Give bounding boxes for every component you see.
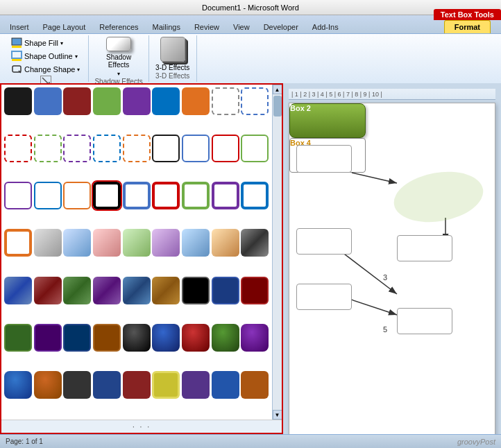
shape-item[interactable]: [4, 277, 32, 304]
shape-item[interactable]: [63, 324, 91, 352]
ruler: | 1 | 2 | 3 | 4 | 5 | 6 | 7 | 8 | 9 | 10…: [289, 89, 495, 100]
shape-item[interactable]: [152, 87, 180, 115]
shape-fill-button[interactable]: Shape Fill ▾: [8, 37, 83, 49]
title-bar: Document1 - Microsoft Word: [0, 0, 501, 15]
change-shape-button[interactable]: Change Shape ▾: [8, 63, 83, 76]
shape-item[interactable]: [241, 135, 269, 162]
shape-outline-button[interactable]: Shape Outline ▾: [8, 50, 83, 62]
contextual-tab-group: Text Box Tools Format: [434, 9, 501, 33]
shape-item[interactable]: [182, 324, 210, 352]
document-content: 3 5 Box 2 Box 4: [289, 103, 495, 434]
box2-label: Box 2: [290, 104, 311, 112]
shape-item[interactable]: [34, 87, 62, 115]
shape-item[interactable]: [93, 324, 121, 352]
shape-item[interactable]: [241, 87, 269, 115]
tab-insert[interactable]: Insert: [3, 21, 36, 33]
scroll-up-button[interactable]: ▲: [273, 85, 282, 94]
shape-item[interactable]: [93, 371, 121, 399]
svg-line-6: [352, 173, 397, 183]
shape-item[interactable]: [63, 229, 91, 257]
shape-item[interactable]: [182, 371, 210, 399]
shape-item[interactable]: [212, 229, 239, 257]
shape-item[interactable]: [152, 277, 180, 304]
shape-item[interactable]: [123, 87, 151, 115]
shape-tools-section: Shape Fill ▾ Shape Outline ▾: [3, 35, 89, 82]
shape-item[interactable]: [63, 87, 91, 115]
fill-icon: [11, 37, 22, 49]
shape-item[interactable]: [93, 87, 121, 115]
shape-item[interactable]: [4, 371, 32, 399]
shadow-effects-button[interactable]: Shadow Effects ▾: [101, 37, 137, 77]
tab-format[interactable]: Format: [444, 20, 491, 33]
shape-item[interactable]: [34, 371, 62, 399]
title-text: Document1 - Microsoft Word: [202, 3, 299, 12]
shape-item[interactable]: [152, 371, 180, 399]
shape-item[interactable]: [34, 277, 62, 304]
shape-item-selected[interactable]: [93, 182, 121, 209]
shape-item[interactable]: [123, 229, 151, 257]
shape-item[interactable]: [34, 324, 62, 352]
shape-item[interactable]: [123, 324, 151, 352]
outline-icon: [11, 51, 22, 62]
shape-item[interactable]: [4, 135, 32, 162]
tab-view[interactable]: View: [226, 21, 257, 33]
shape-item[interactable]: [4, 324, 32, 352]
shape-item[interactable]: [241, 229, 269, 257]
shadow-effects-label: Shadow Effects: [101, 53, 137, 69]
shape-item[interactable]: [123, 135, 151, 162]
shape-item[interactable]: [212, 277, 239, 304]
shape-item[interactable]: [152, 182, 180, 209]
shape-item[interactable]: [212, 324, 239, 352]
svg-point-8: [390, 165, 487, 229]
shape-item[interactable]: [123, 182, 151, 209]
shape-item[interactable]: [4, 182, 32, 209]
shape-item[interactable]: [182, 87, 210, 115]
tab-review[interactable]: Review: [187, 21, 226, 33]
shape-item[interactable]: [34, 182, 62, 209]
shape-item[interactable]: [34, 229, 62, 257]
shape-item[interactable]: [182, 229, 210, 257]
tab-addins[interactable]: Add-Ins: [305, 21, 346, 33]
ribbon-commands: Shape Fill ▾ Shape Outline ▾: [0, 33, 501, 83]
tab-mailings[interactable]: Mailings: [146, 21, 187, 33]
dots-indicator: · · ·: [1, 420, 282, 433]
shape-item[interactable]: [63, 277, 91, 304]
scroll-thumb[interactable]: [273, 96, 282, 117]
threed-effects-button[interactable]: 3-D Effects: [155, 37, 191, 71]
shape-item[interactable]: [34, 135, 62, 162]
shape-item[interactable]: [182, 135, 210, 162]
tab-references[interactable]: References: [92, 21, 145, 33]
shape-item[interactable]: [182, 182, 210, 209]
shape-item[interactable]: [241, 324, 269, 352]
scroll-down-button[interactable]: ▼: [273, 410, 282, 420]
shape-item[interactable]: [241, 277, 269, 304]
shape-item[interactable]: [123, 371, 151, 399]
threed-effects-section: 3-D Effects 3-D Effects: [149, 35, 197, 82]
shape-outline-label: Shape Outline: [24, 52, 73, 60]
shape-item[interactable]: [152, 229, 180, 257]
shape-item[interactable]: [123, 277, 151, 304]
shape-item[interactable]: [93, 135, 121, 162]
shape-item[interactable]: [212, 87, 239, 115]
shadow-chevron-icon: ▾: [117, 71, 120, 77]
shape-item[interactable]: [241, 182, 269, 209]
shape-item[interactable]: [63, 371, 91, 399]
shape-item[interactable]: [93, 277, 121, 304]
shape-item[interactable]: [212, 182, 239, 209]
shape-item[interactable]: [182, 277, 210, 304]
shape-item[interactable]: [152, 324, 180, 352]
shape-item[interactable]: [212, 371, 239, 399]
shape-item[interactable]: [241, 371, 269, 399]
shape-item[interactable]: [93, 229, 121, 257]
tab-developer[interactable]: Developer: [257, 21, 305, 33]
shape-item[interactable]: [63, 182, 91, 209]
shape-item[interactable]: [63, 135, 91, 162]
shape-item[interactable]: [4, 87, 32, 115]
tab-page-layout[interactable]: Page Layout: [36, 21, 93, 33]
connector-box-3: [296, 228, 352, 255]
shape-item[interactable]: [212, 135, 239, 162]
shape-item[interactable]: [152, 135, 180, 162]
shape-item[interactable]: [4, 229, 32, 257]
shadow-effects-icon: [106, 37, 131, 51]
svg-text:3: 3: [383, 273, 387, 282]
